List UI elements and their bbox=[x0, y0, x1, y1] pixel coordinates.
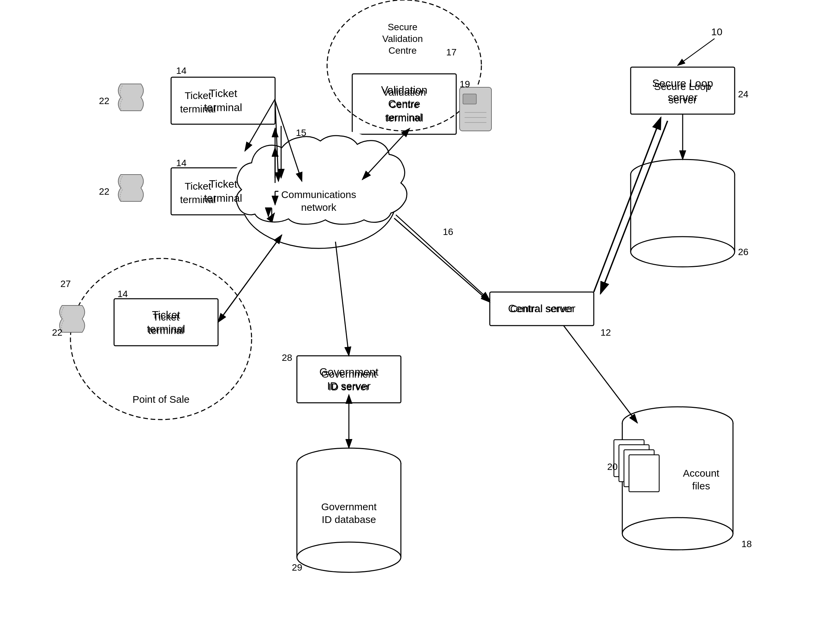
secure-validation-label1: Secure bbox=[388, 22, 418, 32]
ref-27: 27 bbox=[60, 279, 71, 289]
svg-rect-37 bbox=[629, 455, 659, 492]
ref-10: 10 bbox=[711, 26, 722, 37]
ref-22b: 22 bbox=[99, 186, 109, 197]
comm-network-label1: Communications bbox=[281, 189, 356, 200]
svg-point-23 bbox=[297, 542, 401, 572]
point-of-sale-label: Point of Sale bbox=[133, 394, 189, 405]
ticket-terminal-2-box: Ticket terminal bbox=[171, 168, 275, 215]
svg-line-60 bbox=[678, 39, 715, 66]
validation-centre-box: ValidationCentreterminal bbox=[352, 74, 456, 134]
ref-24: 24 bbox=[738, 89, 748, 99]
account-files-label2: files bbox=[692, 480, 710, 491]
svg-line-57 bbox=[564, 326, 637, 423]
svg-line-52 bbox=[336, 242, 349, 356]
ref-17: 17 bbox=[446, 47, 457, 57]
ticket-terminal-1-box: Ticket terminal bbox=[171, 77, 275, 124]
ref-22c: 22 bbox=[52, 327, 62, 338]
svg-line-58 bbox=[394, 218, 490, 302]
gov-id-db-label1: Government bbox=[321, 501, 377, 512]
ref-12: 12 bbox=[601, 327, 611, 338]
central-server-box: Central server bbox=[490, 292, 594, 326]
secure-validation-label2: Validation bbox=[383, 34, 423, 44]
ref-15: 15 bbox=[296, 128, 306, 138]
gov-id-db-label2: ID database bbox=[322, 514, 376, 525]
ref-26: 26 bbox=[738, 247, 748, 257]
ref-29: 29 bbox=[292, 562, 302, 573]
comm-network-label2: network bbox=[301, 202, 336, 213]
account-files-label1: Account bbox=[683, 468, 720, 479]
svg-line-49 bbox=[218, 235, 282, 322]
ref-16: 16 bbox=[443, 227, 453, 237]
svg-rect-39 bbox=[463, 94, 476, 104]
ref-19: 19 bbox=[460, 79, 470, 89]
ref-22a: 22 bbox=[99, 95, 109, 106]
ref-14a: 14 bbox=[176, 66, 186, 76]
svg-point-33 bbox=[622, 518, 733, 550]
ref-14c: 14 bbox=[117, 289, 128, 299]
svg-point-28 bbox=[631, 236, 735, 267]
secure-loop-server-box: Secure Loopserver bbox=[631, 67, 735, 114]
ref-20: 20 bbox=[607, 462, 618, 472]
ref-28: 28 bbox=[282, 352, 292, 363]
gov-id-server-box: GovernmentID server bbox=[297, 356, 401, 403]
ref-18: 18 bbox=[742, 539, 752, 549]
ref-14b: 14 bbox=[176, 158, 186, 168]
secure-validation-label3: Centre bbox=[389, 45, 417, 56]
ticket-terminal-3-box: Ticket terminal bbox=[114, 299, 218, 346]
